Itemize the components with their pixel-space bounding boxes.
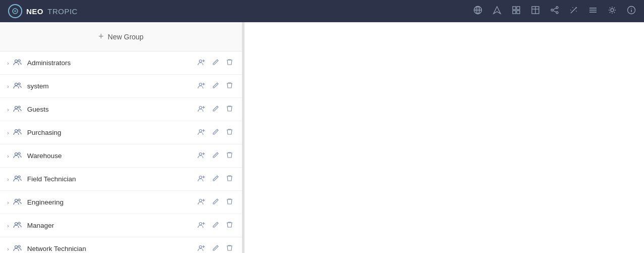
svg-point-58 <box>200 176 202 179</box>
group-item-warehouse[interactable]: › Warehouse <box>0 144 242 168</box>
chevron-icon: › <box>7 176 9 182</box>
add-user-button[interactable] <box>195 103 207 116</box>
group-actions <box>195 126 235 139</box>
svg-point-56 <box>15 176 17 179</box>
svg-point-63 <box>200 199 202 202</box>
group-actions <box>195 196 235 209</box>
delete-button[interactable] <box>224 196 235 209</box>
delete-button[interactable] <box>224 173 235 185</box>
chevron-icon: › <box>7 107 9 113</box>
svg-point-46 <box>15 130 17 132</box>
grid4-icon[interactable] <box>512 6 521 17</box>
edit-button[interactable] <box>210 103 221 116</box>
group-actions <box>195 149 235 162</box>
add-user-button[interactable] <box>195 126 207 139</box>
svg-point-61 <box>15 199 17 202</box>
group-actions <box>195 219 235 232</box>
navigation-icon[interactable] <box>492 6 502 17</box>
globe-icon[interactable] <box>473 6 482 17</box>
delete-button[interactable] <box>224 126 235 139</box>
svg-point-14 <box>551 9 553 11</box>
svg-point-15 <box>556 12 558 14</box>
svg-line-22 <box>576 11 577 12</box>
svg-line-18 <box>571 9 575 13</box>
settings-icon[interactable] <box>608 6 617 17</box>
svg-point-52 <box>18 153 20 155</box>
add-user-button[interactable] <box>195 196 207 209</box>
group-item-system[interactable]: › system <box>0 75 242 98</box>
edit-button[interactable] <box>210 173 221 185</box>
svg-point-72 <box>18 245 20 247</box>
share-icon[interactable] <box>550 6 559 17</box>
chevron-icon: › <box>7 153 9 159</box>
chevron-icon: › <box>7 130 9 136</box>
delete-button[interactable] <box>224 242 235 253</box>
edit-button[interactable] <box>210 219 221 232</box>
add-user-button[interactable] <box>195 149 207 162</box>
wand-icon[interactable] <box>569 6 578 17</box>
edit-button[interactable] <box>210 57 221 69</box>
group-icon <box>13 82 22 90</box>
sidebar: + New Group › Administrators <box>0 22 242 253</box>
add-user-button[interactable] <box>195 219 207 232</box>
svg-point-41 <box>15 107 17 109</box>
group-item-field-technician[interactable]: › Field Technician <box>0 168 242 191</box>
svg-point-38 <box>200 83 202 86</box>
svg-point-32 <box>18 60 20 62</box>
svg-point-37 <box>18 83 20 85</box>
add-user-button[interactable] <box>195 80 207 92</box>
chevron-icon: › <box>7 199 9 206</box>
svg-line-23 <box>570 10 571 11</box>
svg-point-33 <box>200 60 202 63</box>
delete-button[interactable] <box>224 219 235 232</box>
list2-icon[interactable] <box>588 6 598 17</box>
group-icon <box>13 59 22 67</box>
group-name: Purchasing <box>27 129 195 136</box>
new-group-button[interactable]: + New Group <box>0 22 242 52</box>
svg-rect-6 <box>513 7 516 10</box>
chevron-icon: › <box>7 83 9 89</box>
edit-button[interactable] <box>210 80 221 92</box>
delete-button[interactable] <box>224 149 235 162</box>
group-item-network-technician[interactable]: › Network Technician <box>0 237 242 253</box>
group-item-manager[interactable]: › Manager <box>0 214 242 237</box>
edit-button[interactable] <box>210 242 221 253</box>
top-nav: NEOTROPIC <box>0 0 644 22</box>
group-item-engineering[interactable]: › Engineering <box>0 191 242 214</box>
svg-point-57 <box>18 176 20 178</box>
group-item-guests[interactable]: › Guests <box>0 98 242 121</box>
svg-point-66 <box>15 223 17 225</box>
svg-point-47 <box>18 129 20 131</box>
svg-point-73 <box>200 246 202 248</box>
edit-button[interactable] <box>210 149 221 162</box>
main-layout: + New Group › Administrators <box>0 22 644 253</box>
add-user-button[interactable] <box>195 57 207 69</box>
svg-line-17 <box>553 11 556 12</box>
edit-button[interactable] <box>210 126 221 139</box>
delete-button[interactable] <box>224 103 235 116</box>
delete-button[interactable] <box>224 57 235 69</box>
svg-point-68 <box>200 223 202 225</box>
info-icon[interactable] <box>627 6 636 17</box>
svg-rect-9 <box>517 11 520 14</box>
table2-icon[interactable] <box>531 6 540 17</box>
group-actions <box>195 80 235 92</box>
svg-point-62 <box>18 199 20 201</box>
group-actions <box>195 173 235 185</box>
app-name-tropic: TROPIC <box>47 7 78 16</box>
svg-point-51 <box>15 153 17 156</box>
nav-icons <box>473 6 636 17</box>
add-user-button[interactable] <box>195 242 207 253</box>
add-user-button[interactable] <box>195 173 207 185</box>
group-icon <box>13 198 22 207</box>
svg-rect-8 <box>513 11 516 14</box>
group-item-administrators[interactable]: › Administrators <box>0 52 242 75</box>
svg-rect-7 <box>517 7 520 10</box>
group-item-purchasing[interactable]: › Purchasing <box>0 121 242 144</box>
chevron-icon: › <box>7 60 9 66</box>
edit-button[interactable] <box>210 196 221 209</box>
group-icon <box>13 105 22 114</box>
group-name: Warehouse <box>27 152 195 160</box>
delete-button[interactable] <box>224 80 235 92</box>
group-icon <box>13 175 22 183</box>
